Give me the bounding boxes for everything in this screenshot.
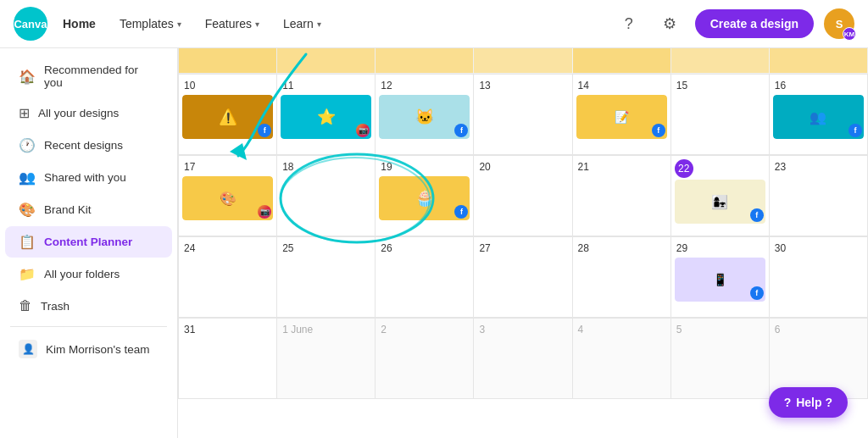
team-icon: 👤 — [19, 340, 37, 358]
day-number: 24 — [182, 241, 273, 256]
cal-partial-cell — [376, 48, 474, 74]
thumb-image: 📱 f — [675, 258, 765, 302]
nav-learn[interactable]: Learn ▾ — [275, 12, 330, 36]
avatar-badge: KM — [843, 27, 856, 41]
cal-cell-26[interactable]: 26 — [376, 237, 474, 318]
sidebar-item-recommended[interactable]: 🏠 Recommended for you — [5, 56, 172, 97]
day-number: 14 — [576, 78, 667, 93]
calendar-row-17-23: 17 🎨 📷 18 19 — [178, 155, 868, 236]
cal-partial-cell — [179, 48, 277, 74]
day-number: 5 — [675, 322, 765, 337]
cal-cell-june2[interactable]: 2 — [376, 319, 474, 399]
cal-cell-14[interactable]: 14 📝 f — [573, 75, 671, 155]
cal-cell-17[interactable]: 17 🎨 📷 — [179, 156, 277, 236]
sidebar-item-all-designs[interactable]: ⊞ All your designs — [5, 97, 172, 129]
cal-thumbnail: 📱 f — [675, 258, 765, 302]
canva-logo[interactable]: Canva — [14, 7, 47, 41]
sidebar-item-trash[interactable]: 🗑 Trash — [5, 291, 172, 321]
nav-home[interactable]: Home — [54, 12, 104, 36]
sidebar-item-label: Recent designs — [44, 139, 123, 152]
cal-cell-june1[interactable]: 1 June — [277, 319, 376, 399]
cal-cell-12[interactable]: 12 🐱 f — [376, 75, 474, 155]
sidebar-item-recent[interactable]: 🕐 Recent designs — [5, 130, 172, 161]
thumb-image: 🧁 f — [379, 176, 470, 220]
day-number: 10 — [182, 78, 273, 93]
cal-cell-23[interactable]: 23 — [770, 156, 868, 236]
cal-partial-cell — [573, 48, 671, 74]
cal-cell-june4[interactable]: 4 — [573, 319, 671, 399]
day-number: 28 — [576, 241, 667, 256]
calendar-row-10-16: 10 ⚠️ f 11 ⭐ 📷 — [178, 74, 868, 155]
cal-thumbnail: 🎨 📷 — [182, 176, 273, 220]
thumb-image: 👩‍👧 f — [675, 180, 765, 224]
team-label: Kim Morrison's team — [46, 343, 150, 356]
cal-cell-15[interactable]: 15 — [671, 75, 770, 155]
cal-cell-13[interactable]: 13 — [474, 75, 572, 155]
folder-icon: 📁 — [19, 266, 36, 282]
day-number: 20 — [477, 159, 568, 175]
cal-cell-june3[interactable]: 3 — [474, 319, 572, 399]
cal-cell-31[interactable]: 31 — [179, 319, 277, 399]
chevron-down-icon: ▾ — [317, 19, 321, 29]
cal-cell-19[interactable]: 19 🧁 f — [376, 156, 474, 236]
cal-partial-cell — [277, 48, 376, 74]
cal-cell-27[interactable]: 27 — [474, 237, 572, 318]
cal-cell-30[interactable]: 30 — [770, 237, 868, 318]
app-body: 🏠 Recommended for you ⊞ All your designs… — [0, 48, 868, 438]
cal-partial-cell — [474, 48, 572, 74]
sidebar-team[interactable]: 👤 Kim Morrison's team — [5, 332, 172, 366]
cal-cell-june5[interactable]: 5 — [671, 319, 770, 399]
day-number: 6 — [773, 322, 864, 337]
cal-thumbnail: 🐱 f — [379, 95, 470, 139]
sidebar-item-folders[interactable]: 📁 All your folders — [5, 258, 172, 290]
day-number: 2 — [379, 322, 470, 337]
day-number: 19 — [379, 159, 470, 175]
calendar-icon: 📋 — [19, 234, 36, 250]
calendar-partial-row — [178, 48, 868, 74]
day-number: 31 — [182, 322, 273, 337]
day-number: 18 — [281, 159, 371, 175]
day-number: 27 — [477, 241, 568, 256]
nav-templates[interactable]: Templates ▾ — [111, 12, 190, 36]
cal-cell-28[interactable]: 28 — [573, 237, 671, 318]
clock-icon: 🕐 — [19, 137, 36, 153]
facebook-badge: f — [652, 124, 665, 137]
sidebar: 🏠 Recommended for you ⊞ All your designs… — [0, 48, 178, 438]
cal-cell-29[interactable]: 29 📱 f — [671, 237, 770, 318]
thumb-image: 👥 f — [773, 95, 864, 139]
help-icon-button[interactable]: ? — [614, 8, 644, 39]
day-number: 11 — [281, 78, 371, 93]
cal-thumbnail: ⚠️ f — [182, 95, 273, 139]
help-button[interactable]: ? Help ? — [769, 387, 848, 418]
palette-icon: 🎨 — [19, 202, 36, 218]
sidebar-item-label: All your folders — [44, 268, 120, 280]
sidebar-item-content-planner[interactable]: 📋 Content Planner — [5, 226, 172, 258]
settings-icon-button[interactable]: ⚙ — [654, 8, 685, 39]
cal-cell-22[interactable]: 22 👩‍👧 f — [671, 156, 770, 236]
calendar-wrapper: 10 ⚠️ f 11 ⭐ 📷 — [178, 48, 868, 399]
cal-cell-25[interactable]: 25 — [277, 237, 376, 318]
calendar-row-31-june6: 31 1 June 2 3 4 5 6 — [178, 318, 868, 399]
create-design-button[interactable]: Create a design — [695, 9, 814, 38]
cal-thumbnail: ⭐ 📷 — [281, 95, 371, 139]
avatar[interactable]: S KM — [824, 8, 854, 39]
sidebar-item-brand[interactable]: 🎨 Brand Kit — [5, 194, 172, 225]
logo-text: Canva — [14, 18, 47, 30]
cal-cell-11[interactable]: 11 ⭐ 📷 — [277, 75, 376, 155]
chevron-down-icon: ▾ — [255, 19, 259, 29]
day-number: 30 — [773, 241, 864, 256]
grid-icon: ⊞ — [19, 105, 30, 121]
cal-cell-21[interactable]: 21 — [573, 156, 671, 236]
facebook-badge: f — [258, 124, 271, 137]
cal-cell-24[interactable]: 24 — [179, 237, 277, 318]
cal-cell-20[interactable]: 20 — [474, 156, 572, 236]
main-content: 10 ⚠️ f 11 ⭐ 📷 — [178, 48, 868, 438]
cal-cell-16[interactable]: 16 👥 f — [770, 75, 868, 155]
sidebar-item-shared[interactable]: 👥 Shared with you — [5, 162, 172, 193]
facebook-badge: f — [454, 205, 468, 219]
cal-thumbnail: 👥 f — [773, 95, 864, 139]
nav-features[interactable]: Features ▾ — [197, 12, 268, 36]
sidebar-item-label: Shared with you — [44, 171, 126, 184]
cal-cell-10[interactable]: 10 ⚠️ f — [179, 75, 277, 155]
cal-cell-18[interactable]: 18 — [277, 156, 376, 236]
